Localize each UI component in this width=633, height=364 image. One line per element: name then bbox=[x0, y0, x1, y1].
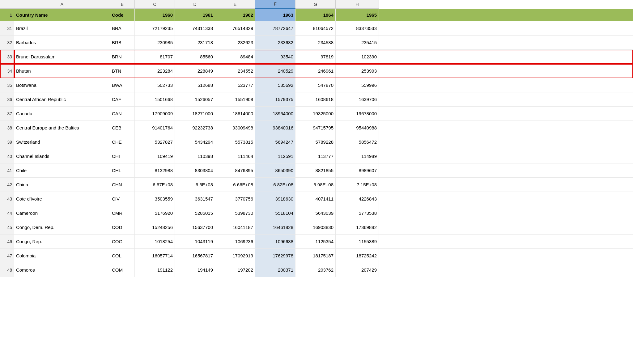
cell-a: Congo, Rep. bbox=[14, 235, 110, 248]
table-row[interactable]: Cameroon CMR 5176920 5285015 5398730 551… bbox=[14, 206, 633, 220]
col-header-c[interactable]: C bbox=[135, 0, 175, 9]
col-header-e[interactable]: E bbox=[215, 0, 255, 9]
cell-f: 93540 bbox=[255, 50, 295, 64]
cell-g: 18175187 bbox=[295, 249, 336, 263]
col-header-h[interactable]: H bbox=[336, 0, 379, 9]
header-code: Code bbox=[110, 9, 135, 21]
cell-a: China bbox=[14, 178, 110, 192]
cell-e: 5398730 bbox=[215, 206, 255, 220]
cell-b: CAF bbox=[110, 92, 135, 106]
cell-e: 8476895 bbox=[215, 163, 255, 177]
col-header-d[interactable]: D bbox=[175, 0, 215, 9]
cell-b: COG bbox=[110, 235, 135, 248]
cell-h: 235415 bbox=[336, 36, 379, 49]
cell-b: COL bbox=[110, 249, 135, 263]
cell-b: CMR bbox=[110, 206, 135, 220]
row-num-31[interactable]: 31 bbox=[0, 21, 14, 36]
cell-g: 16903830 bbox=[295, 220, 336, 234]
cell-c: 8132988 bbox=[135, 163, 175, 177]
table-row[interactable]: Colombia COL 16057714 16567817 17092919 … bbox=[14, 249, 633, 263]
table-row[interactable]: Canada CAN 17909009 18271000 18614000 18… bbox=[14, 107, 633, 121]
cell-a: Central African Republic bbox=[14, 92, 110, 106]
cell-d: 512688 bbox=[175, 78, 215, 92]
row-num-32[interactable]: 32 bbox=[0, 36, 14, 50]
cell-e: 523777 bbox=[215, 78, 255, 92]
col-header-g[interactable]: G bbox=[295, 0, 336, 9]
cell-g: 234588 bbox=[295, 36, 336, 49]
row-num-42[interactable]: 42 bbox=[0, 178, 14, 192]
cell-c: 1501668 bbox=[135, 92, 175, 106]
cell-h: 5773538 bbox=[336, 206, 379, 220]
row-num-35[interactable]: 35 bbox=[0, 78, 14, 92]
row-num-33[interactable]: 33 bbox=[0, 50, 14, 64]
cell-c: 502733 bbox=[135, 78, 175, 92]
cell-f: 200371 bbox=[255, 263, 295, 277]
cell-a: Brazil bbox=[14, 21, 110, 35]
table-row[interactable]: Congo, Rep. COG 1018254 1043119 1069236 … bbox=[14, 235, 633, 249]
cell-d: 3631547 bbox=[175, 192, 215, 206]
table-row[interactable]: Brunei Darussalam BRN 81707 85560 89484 … bbox=[14, 50, 633, 64]
cell-f: 1579375 bbox=[255, 92, 295, 106]
cell-e: 3770756 bbox=[215, 192, 255, 206]
cell-b: BWA bbox=[110, 78, 135, 92]
cell-a: Colombia bbox=[14, 249, 110, 263]
table-row[interactable]: Switzerland CHE 5327827 5434294 5573815 … bbox=[14, 135, 633, 149]
cell-h: 18725242 bbox=[336, 249, 379, 263]
data-grid: Country Name Code 1960 1961 1962 1963 19… bbox=[14, 9, 633, 277]
row-num-45[interactable]: 45 bbox=[0, 220, 14, 235]
cell-f: 233632 bbox=[255, 36, 295, 49]
col-header-b[interactable]: B bbox=[110, 0, 135, 9]
row-num-38[interactable]: 38 bbox=[0, 121, 14, 135]
row-num-48[interactable]: 48 bbox=[0, 263, 14, 277]
col-header-a[interactable]: A bbox=[14, 0, 110, 9]
cell-f: 16461828 bbox=[255, 220, 295, 234]
header-1965: 1965 bbox=[336, 9, 379, 21]
table-row[interactable]: China CHN 6.67E+08 6.6E+08 6.66E+08 6.82… bbox=[14, 178, 633, 192]
row-num-37[interactable]: 37 bbox=[0, 107, 14, 121]
cell-g: 94715795 bbox=[295, 121, 336, 135]
row-num-36[interactable]: 36 bbox=[0, 92, 14, 107]
cell-e: 1069236 bbox=[215, 235, 255, 248]
cell-f: 6.82E+08 bbox=[255, 178, 295, 192]
cell-g: 1125354 bbox=[295, 235, 336, 248]
cell-d: 85560 bbox=[175, 50, 215, 64]
table-row[interactable]: Barbados BRB 230985 231718 232623 233632… bbox=[14, 36, 633, 50]
cell-e: 18614000 bbox=[215, 107, 255, 121]
cell-f: 17629978 bbox=[255, 249, 295, 263]
cell-h: 1155389 bbox=[336, 235, 379, 248]
row-num-40[interactable]: 40 bbox=[0, 149, 14, 163]
row-num-1[interactable]: 1 bbox=[0, 9, 14, 21]
row-num-47[interactable]: 47 bbox=[0, 249, 14, 263]
cell-d: 231718 bbox=[175, 36, 215, 49]
row-num-44[interactable]: 44 bbox=[0, 206, 14, 220]
header-1961: 1961 bbox=[175, 9, 215, 21]
row-num-41[interactable]: 41 bbox=[0, 163, 14, 178]
table-row[interactable]: Channel Islands CHI 109419 110398 111464… bbox=[14, 149, 633, 163]
cell-f: 240529 bbox=[255, 64, 295, 78]
table-row[interactable]: Comoros COM 191122 194149 197202 200371 … bbox=[14, 263, 633, 277]
cell-g: 113777 bbox=[295, 149, 336, 163]
table-row[interactable]: Chile CHL 8132988 8303804 8476895 865039… bbox=[14, 163, 633, 178]
table-row[interactable]: Botswana BWA 502733 512688 523777 535692… bbox=[14, 78, 633, 92]
row-num-46[interactable]: 46 bbox=[0, 235, 14, 249]
row-num-34[interactable]: 34 bbox=[0, 64, 14, 78]
col-header-f[interactable]: F bbox=[255, 0, 295, 9]
cell-b: BRA bbox=[110, 21, 135, 35]
row-num-39[interactable]: 39 bbox=[0, 135, 14, 149]
table-row[interactable]: Cote d'Ivoire CIV 3503559 3631547 377075… bbox=[14, 192, 633, 206]
cell-a: Cote d'Ivoire bbox=[14, 192, 110, 206]
cell-d: 194149 bbox=[175, 263, 215, 277]
cell-c: 230985 bbox=[135, 36, 175, 49]
cell-c: 16057714 bbox=[135, 249, 175, 263]
cell-b: CHN bbox=[110, 178, 135, 192]
table-row[interactable]: Central Europe and the Baltics CEB 91401… bbox=[14, 121, 633, 135]
table-row[interactable]: Congo, Dem. Rep. COD 15248256 15637700 1… bbox=[14, 220, 633, 235]
table-row[interactable]: Central African Republic CAF 1501668 152… bbox=[14, 92, 633, 107]
row-num-43[interactable]: 43 bbox=[0, 192, 14, 206]
table-row[interactable]: Bhutan BTN 223284 228849 234552 240529 2… bbox=[14, 64, 633, 78]
table-row[interactable]: Brazil BRA 72179235 74311338 76514329 78… bbox=[14, 21, 633, 36]
cell-h: 253993 bbox=[336, 64, 379, 78]
cell-d: 15637700 bbox=[175, 220, 215, 234]
cell-g: 6.98E+08 bbox=[295, 178, 336, 192]
cell-h: 114989 bbox=[336, 149, 379, 163]
